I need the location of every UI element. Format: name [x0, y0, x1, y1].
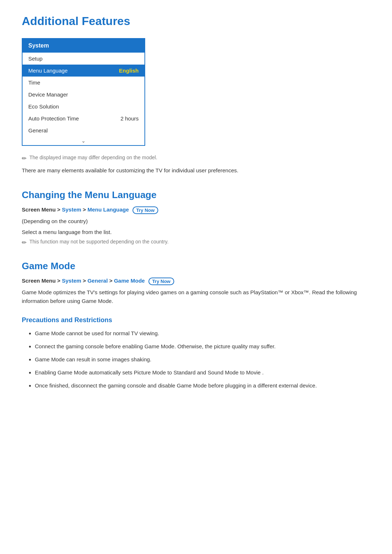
- menu-item-label-setup: Setup: [28, 56, 42, 62]
- movie-link[interactable]: Movie: [246, 369, 261, 376]
- breadcrumb-menu-language-link[interactable]: Menu Language: [87, 206, 129, 213]
- menu-item-menu-language[interactable]: Menu Language English: [23, 65, 144, 77]
- note-model: ✏ The displayed image may differ dependi…: [22, 155, 370, 162]
- menu-item-value-menu-language: English: [119, 67, 139, 74]
- pencil-icon-2: ✏: [22, 239, 26, 246]
- bullet-text-3: Game Mode can result in some images shak…: [35, 356, 151, 362]
- bullet-text-4-mid2: and: [197, 369, 208, 376]
- try-now-button-2[interactable]: Try Now: [148, 278, 174, 285]
- menu-item-time[interactable]: Time: [23, 77, 144, 89]
- breadcrumb-text2: Screen Menu >: [22, 278, 62, 284]
- precautions-title: Precautions and Restrictions: [22, 316, 370, 324]
- menu-item-label-device-manager: Device Manager: [28, 91, 68, 98]
- menu-item-label-time: Time: [28, 79, 40, 86]
- bullet-text-2: Connect the gaming console before enabli…: [35, 343, 275, 349]
- section-menu-language: Changing the Menu Language Screen Menu >…: [22, 189, 370, 246]
- section2-breadcrumb: Screen Menu > System > General > Game Mo…: [22, 278, 370, 285]
- menu-item-auto-protection-time[interactable]: Auto Protection Time 2 hours: [23, 112, 144, 124]
- breadcrumb-system-link[interactable]: System: [62, 206, 81, 213]
- section-menu-language-title: Changing the Menu Language: [22, 189, 370, 201]
- breadcrumb-general-link[interactable]: General: [87, 278, 108, 284]
- menu-item-setup[interactable]: Setup: [23, 53, 144, 65]
- bullet-item-2: Connect the gaming console before enabli…: [35, 342, 370, 351]
- picture-mode-link[interactable]: Picture Mode: [134, 369, 166, 376]
- try-now-button-1[interactable]: Try Now: [132, 206, 158, 214]
- menu-item-label-auto-protection-time: Auto Protection Time: [28, 115, 79, 122]
- main-description: There are many elements available for cu…: [22, 166, 370, 175]
- menu-item-label-eco-solution: Eco Solution: [28, 103, 59, 110]
- note-model-text: The displayed image may differ depending…: [29, 155, 157, 160]
- bullet-text-4-mid3: to: [240, 369, 246, 376]
- breadcrumb-sep2: >: [83, 278, 87, 284]
- breadcrumb-sep1: >: [83, 206, 87, 213]
- bullet-text-1: Game Mode cannot be used for normal TV v…: [35, 330, 159, 336]
- breadcrumb-system-link-2[interactable]: System: [62, 278, 81, 284]
- bullet-item-4: Enabling Game Mode automatically sets Pi…: [35, 368, 370, 377]
- menu-item-label-menu-language: Menu Language: [28, 67, 68, 74]
- bullet-item-1: Game Mode cannot be used for normal TV v…: [35, 329, 370, 338]
- pencil-icon: ✏: [22, 155, 26, 162]
- bullet-item-5: Once finished, disconnect the gaming con…: [35, 381, 370, 390]
- section-game-mode-title: Game Mode: [22, 260, 370, 272]
- menu-item-value-auto-protection-time: 2 hours: [121, 115, 139, 122]
- section2-description: Game Mode optimizes the TV's settings fo…: [22, 288, 370, 305]
- menu-chevron: ⌄: [23, 136, 144, 145]
- menu-item-label-general: General: [28, 127, 48, 134]
- section1-breadcrumb: Screen Menu > System > Menu Language Try…: [22, 206, 370, 214]
- sound-mode-link[interactable]: Sound Mode: [208, 369, 238, 376]
- page-title: Additional Features: [22, 15, 370, 28]
- note-section1-text: This function may not be supported depen…: [29, 239, 168, 245]
- system-menu-box: System Setup Menu Language English Time …: [22, 38, 145, 146]
- bullet-text-4-mid1: to: [167, 369, 173, 376]
- bullet-text-4-before: Enabling Game Mode automatically sets: [35, 369, 134, 376]
- breadcrumb-sep3: >: [109, 278, 114, 284]
- section1-sub2: Select a menu language from the list.: [22, 228, 370, 237]
- standard-link[interactable]: Standard: [173, 369, 196, 376]
- menu-item-eco-solution[interactable]: Eco Solution: [23, 100, 144, 112]
- menu-header: System: [23, 39, 144, 53]
- section1-sub1: (Depending on the country): [22, 217, 370, 226]
- breadcrumb-game-mode-link[interactable]: Game Mode: [114, 278, 145, 284]
- menu-item-general[interactable]: General: [23, 124, 144, 136]
- bullet-item-3: Game Mode can result in some images shak…: [35, 355, 370, 364]
- precautions-list: Game Mode cannot be used for normal TV v…: [22, 329, 370, 390]
- note-section1: ✏ This function may not be supported dep…: [22, 239, 370, 246]
- menu-item-device-manager[interactable]: Device Manager: [23, 89, 144, 100]
- section-game-mode: Game Mode Screen Menu > System > General…: [22, 260, 370, 390]
- bullet-text-5: Once finished, disconnect the gaming con…: [35, 382, 317, 389]
- bullet-text-4-after: .: [262, 369, 264, 376]
- breadcrumb-text1: Screen Menu >: [22, 206, 62, 213]
